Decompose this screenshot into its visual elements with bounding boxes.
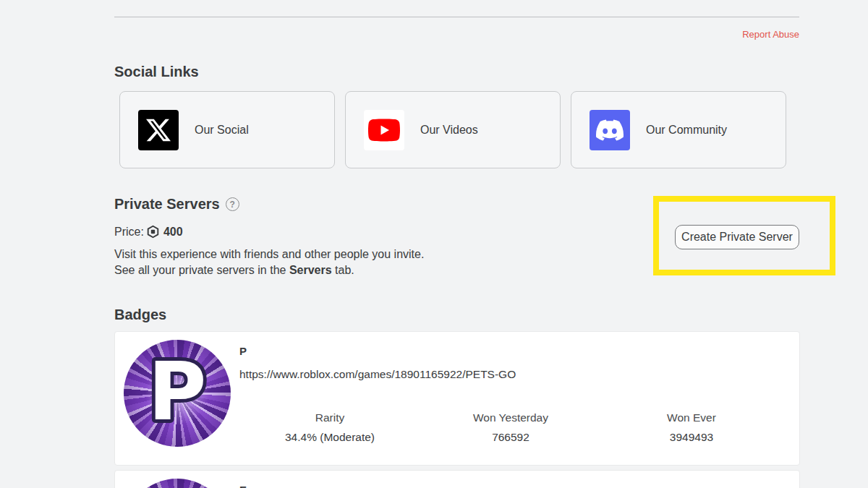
desc2-prefix: See all your private servers in the — [114, 264, 289, 276]
robux-icon — [146, 225, 160, 239]
stat-won-ever: Won Ever 3949493 — [601, 411, 782, 444]
badge-stats: Rarity 34.4% (Moderate) Won Yesterday 76… — [239, 411, 782, 444]
create-private-server-button[interactable]: Create Private Server — [675, 225, 799, 249]
badge-image-e[interactable]: E — [124, 479, 231, 488]
stat-value: 3949493 — [601, 431, 782, 444]
stat-label: Won Yesterday — [420, 411, 601, 424]
stat-value: 34.4% (Moderate) — [239, 431, 420, 444]
stat-rarity: Rarity 34.4% (Moderate) — [239, 411, 420, 444]
social-card-x[interactable]: Our Social — [119, 91, 335, 168]
desc2-suffix: tab. — [332, 264, 354, 276]
price-row: Price: 400 — [114, 225, 183, 239]
stat-label: Rarity — [239, 411, 420, 424]
price-label: Price: — [114, 226, 144, 239]
private-servers-header: Private Servers ? — [114, 196, 239, 213]
stat-won-yesterday: Won Yesterday 766592 — [420, 411, 601, 444]
social-links-row: Our Social Our Videos Our Community — [119, 91, 786, 168]
help-icon[interactable]: ? — [226, 197, 239, 211]
price-value: 400 — [163, 226, 183, 239]
badges-heading: Badges — [114, 307, 166, 323]
servers-tab-ref: Servers — [289, 264, 332, 276]
stat-value: 766592 — [420, 431, 601, 444]
badge-description-url: https://www.roblox.com/games/18901165922… — [239, 368, 516, 381]
social-links-heading: Social Links — [114, 64, 199, 80]
badge-name: P — [239, 345, 247, 357]
stat-label: Won Ever — [601, 411, 782, 424]
youtube-icon — [364, 110, 404, 150]
discord-icon — [590, 110, 630, 150]
badge-letter: E — [150, 484, 204, 488]
badge-row-e: E E — [114, 470, 800, 488]
badge-name: E — [239, 484, 247, 488]
private-servers-description-2: See all your private servers in the Serv… — [114, 264, 354, 277]
report-abuse-link[interactable]: Report Abuse — [114, 29, 799, 40]
social-card-discord[interactable]: Our Community — [571, 91, 786, 168]
section-divider — [114, 17, 799, 17]
badge-letter: P — [148, 346, 207, 438]
badge-image-p[interactable]: P — [124, 340, 231, 447]
social-card-label: Our Videos — [420, 124, 478, 137]
social-card-youtube[interactable]: Our Videos — [345, 91, 561, 168]
x-icon — [138, 110, 179, 150]
social-card-label: Our Social — [195, 124, 249, 137]
social-card-label: Our Community — [646, 124, 727, 137]
private-servers-heading: Private Servers — [114, 196, 220, 213]
badge-row-p: P P https://www.roblox.com/games/1890116… — [114, 331, 800, 466]
private-servers-description: Visit this experience with friends and o… — [114, 248, 424, 261]
